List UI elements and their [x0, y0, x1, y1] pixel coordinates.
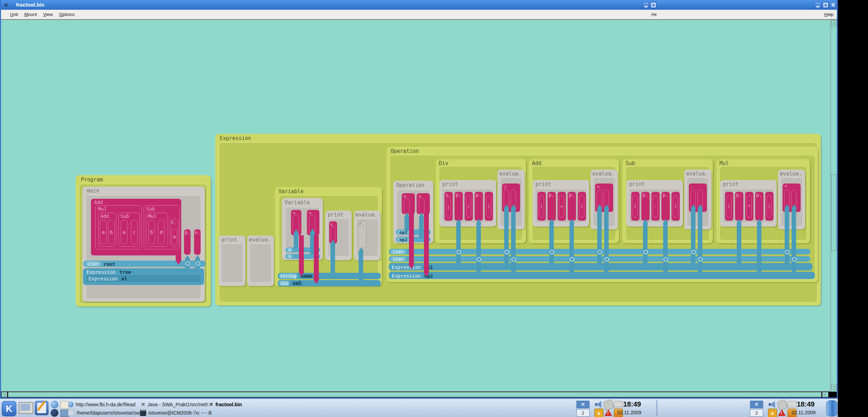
task-java[interactable]: ✕ Java - SWA_Prakt1/src/net/sv — [141, 401, 208, 408]
klipper-icon[interactable]: k — [594, 409, 603, 417]
volume-icon[interactable] — [768, 400, 776, 409]
mail-icon[interactable] — [60, 401, 69, 409]
glyph-slot: ( — [446, 197, 451, 218]
type-chip: iter — [391, 250, 406, 254]
clock-time[interactable]: 18:49 — [797, 400, 815, 408]
connector-node — [785, 250, 790, 254]
desktop-icon[interactable] — [19, 402, 33, 414]
connector — [604, 208, 609, 272]
warning-glyph: ! — [781, 411, 782, 416]
vscroll-thumb[interactable] — [831, 174, 836, 251]
network-globe-icon[interactable] — [51, 401, 58, 408]
menu-help[interactable]: Help — [824, 12, 834, 17]
print-label: print — [629, 182, 645, 187]
type-text: Expression — [392, 264, 421, 270]
div-label: Div — [439, 161, 448, 166]
panel-separator — [657, 400, 657, 416]
field-row-int-val[interactable]: int val — [278, 280, 381, 286]
assign-arrow-down — [408, 264, 415, 269]
volume-icon[interactable] — [594, 400, 603, 409]
glass-device-icon[interactable] — [826, 400, 837, 416]
menu-options[interactable]: Options — [59, 12, 75, 17]
field-row-expression-tree[interactable]: Expression tree Expression el — [83, 268, 204, 285]
stmt-label: p. — [476, 193, 482, 197]
glyph-slot: * — [746, 195, 752, 218]
clock-time[interactable]: 18:49 — [623, 400, 641, 408]
scroll-right-button[interactable]: ▷ — [822, 392, 828, 397]
pager-desktop2[interactable]: 2 — [576, 409, 590, 417]
warning-icon[interactable]: ! — [778, 409, 786, 417]
maximize-button[interactable] — [650, 2, 657, 8]
expression-evaluate-panel — [250, 244, 272, 283]
field-row-string-name[interactable]: string name — [278, 273, 381, 279]
leaf-d[interactable]: d — [158, 220, 165, 244]
clock-date[interactable]: 02.11.2009 — [792, 410, 816, 415]
scroll-left-button[interactable]: ◁ — [1, 392, 7, 397]
scroll-up-button[interactable]: △ — [831, 20, 837, 26]
connector-node — [691, 250, 696, 254]
leaf-c[interactable]: c — [131, 220, 137, 244]
pager-desktop1[interactable]: ✕ — [576, 401, 590, 408]
menu-unit[interactable]: Unit — [10, 12, 18, 17]
field-row-expression-op1[interactable]: Expression op1 — [389, 263, 812, 270]
keyboard-icon[interactable] — [614, 401, 623, 407]
task-terminal[interactable]: istsveise@ICM2006-7o: ~ - B — [140, 409, 263, 416]
assign-connector — [299, 235, 304, 271]
mul-label: Mul — [719, 161, 729, 166]
expression-label: Expression — [220, 136, 251, 141]
pager-window-icon: ✕ — [754, 402, 759, 407]
network-places-icon[interactable] — [60, 410, 69, 417]
keyboard-icon[interactable] — [787, 401, 796, 407]
field-row-expression-op2[interactable]: Expression op2 — [389, 272, 815, 279]
leaf-a[interactable]: a — [100, 220, 107, 244]
leaf-b[interactable]: b — [148, 220, 155, 244]
menu-view[interactable]: View — [43, 12, 53, 17]
k-menu-button[interactable]: K — [2, 401, 16, 416]
evaluate-label: evalua. — [499, 171, 521, 177]
glyph-slot: ( — [539, 195, 544, 218]
browser-globe-icon[interactable] — [51, 409, 58, 417]
stmt-label: p. — [642, 193, 648, 197]
glyph-slot: ( — [726, 195, 732, 218]
op-glyph: + — [597, 184, 600, 189]
speaker-cone — [596, 401, 601, 408]
task-browser[interactable]: http://www.fbi.h-da.de/filead — [68, 401, 140, 408]
minimize-button[interactable] — [815, 2, 821, 8]
warning-icon[interactable]: ! — [604, 409, 612, 417]
leaf-a[interactable]: a — [172, 229, 177, 245]
tree-root-connector — [176, 252, 181, 260]
assign-arrow-down — [313, 279, 319, 284]
param-chip: op2 — [397, 237, 410, 242]
pager-desktop1[interactable]: ✕ — [750, 401, 763, 408]
connector-node — [643, 250, 648, 254]
print-label: print — [222, 237, 237, 243]
hscroll-thumb[interactable] — [8, 392, 821, 397]
assign-slot — [419, 198, 425, 213]
window-titlebar[interactable]: ✕ fractool.bin — [0, 0, 838, 10]
clock-date[interactable]: 02.11.2009 — [617, 410, 641, 415]
scroll-down-button[interactable]: ▽ — [831, 384, 837, 390]
connector-node — [663, 257, 668, 262]
connector — [549, 223, 554, 263]
klipper-icon[interactable]: k — [768, 409, 777, 417]
notes-icon[interactable] — [35, 401, 49, 415]
menu-help-clipped[interactable]: He — [651, 12, 657, 17]
field-row-expression-el[interactable]: Expression el — [85, 274, 202, 283]
pager-desktop2[interactable]: 2 — [750, 409, 763, 417]
minimize-button[interactable] — [643, 2, 649, 8]
leaf-b[interactable]: b — [108, 220, 115, 244]
close-button[interactable]: X — [830, 2, 836, 8]
task-fractool-active[interactable]: ✕ fractool.bin — [209, 401, 268, 408]
window-border-right — [837, 0, 838, 399]
task-file-manager[interactable]: /home/ldapusers/istsveise/sw — [68, 409, 139, 416]
maximize-button[interactable] — [822, 2, 829, 8]
tree-root-arrow-down — [175, 260, 182, 265]
menu-mount[interactable]: Mount — [24, 12, 37, 17]
leaf-a[interactable]: a — [121, 220, 127, 244]
glyph-slot: ) — [673, 195, 678, 218]
type-text: Expression — [392, 273, 421, 279]
field-id: el — [122, 276, 127, 281]
tree-mul-inner-label: Mul — [148, 214, 157, 219]
connector — [456, 223, 461, 263]
op-glyph: - — [691, 184, 693, 189]
